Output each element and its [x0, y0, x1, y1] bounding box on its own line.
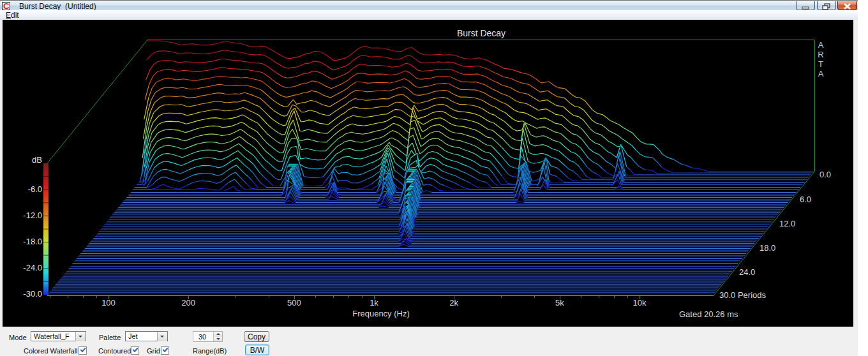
svg-text:Frequency (Hz): Frequency (Hz): [352, 309, 410, 318]
svg-text:500: 500: [287, 298, 301, 308]
svg-text:10k: 10k: [633, 298, 647, 308]
svg-text:-6.0: -6.0: [28, 184, 42, 194]
svg-text:0.0: 0.0: [819, 170, 831, 179]
svg-text:2k: 2k: [449, 298, 458, 308]
svg-text:T: T: [818, 59, 823, 69]
svg-text:-24.0: -24.0: [23, 263, 42, 272]
svg-text:100: 100: [101, 298, 116, 308]
svg-text:Burst Decay: Burst Decay: [457, 28, 505, 38]
svg-text:200: 200: [181, 298, 195, 308]
svg-text:-12.0: -12.0: [23, 211, 42, 220]
svg-text:-30.0: -30.0: [23, 289, 42, 299]
svg-text:R: R: [818, 50, 823, 59]
svg-text:1k: 1k: [370, 298, 378, 308]
svg-text:12.0: 12.0: [779, 219, 795, 228]
svg-text:6.0: 6.0: [800, 195, 811, 204]
svg-text:A: A: [818, 40, 824, 50]
svg-text:Gated 20.26 ms: Gated 20.26 ms: [679, 309, 738, 319]
svg-text:-18.0: -18.0: [23, 237, 42, 246]
svg-text:30.0 Periods: 30.0 Periods: [719, 290, 766, 300]
svg-text:5k: 5k: [555, 298, 564, 308]
svg-text:dB: dB: [32, 155, 42, 165]
svg-text:A: A: [818, 69, 824, 78]
svg-text:18.0: 18.0: [760, 243, 775, 253]
svg-text:24.0: 24.0: [739, 267, 755, 277]
